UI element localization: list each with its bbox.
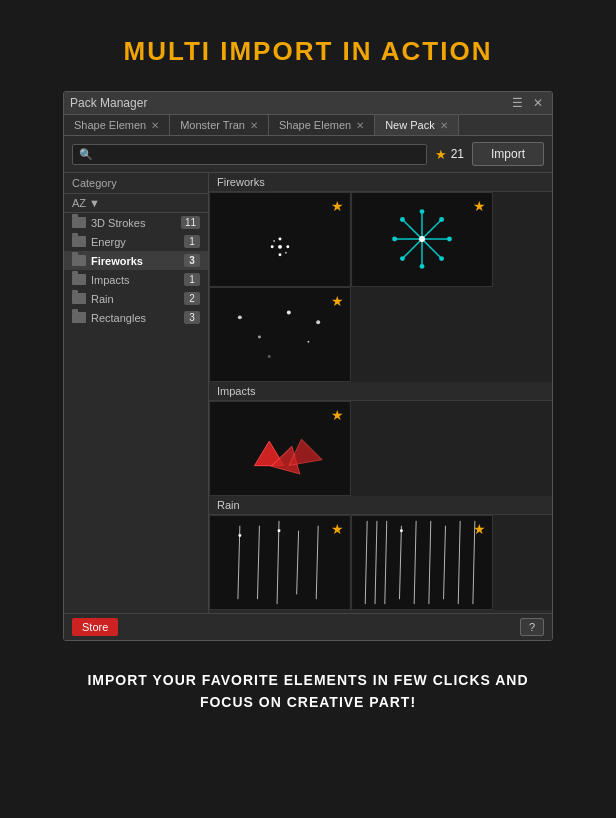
svg-point-2 [279,238,282,241]
star-icon: ★ [435,147,447,162]
svg-point-28 [258,335,261,338]
svg-point-25 [419,236,425,242]
help-button[interactable]: ? [520,618,544,636]
svg-rect-26 [210,288,349,381]
window-menu-button[interactable]: ☰ [509,96,526,110]
svg-point-30 [307,341,309,343]
category-name-3d-strokes: 3D Strokes [91,217,176,229]
category-name-rain: Rain [91,293,179,305]
sidebar-item-rectangles[interactable]: Rectangles 3 [64,308,208,327]
category-count-rectangles: 3 [184,311,200,324]
svg-point-43 [238,534,241,537]
tab-close-icon-4[interactable]: ✕ [440,120,448,131]
sort-arrow-icon: ▼ [89,197,100,209]
status-bar: Store ? [64,613,552,640]
thumb-star-fireworks-3[interactable]: ★ [331,293,344,309]
svg-point-6 [273,240,275,242]
impacts-svg-1 [210,402,350,495]
main-content: Category AZ ▼ 3D Strokes 11 Energy 1 Fir… [64,173,552,613]
thumb-impacts-1[interactable]: ★ [209,401,351,496]
sort-bar[interactable]: AZ ▼ [64,194,208,213]
svg-point-32 [316,320,320,324]
tabs-bar: Shape Elemen ✕ Monster Tran ✕ Shape Elem… [64,115,552,136]
thumb-fireworks-2[interactable]: ★ [351,192,493,287]
window-title-text: Pack Manager [70,96,147,110]
window-titlebar: Pack Manager ☰ ✕ [64,92,552,115]
thumb-fireworks-1[interactable]: ★ [209,192,351,287]
sidebar-item-energy[interactable]: Energy 1 [64,232,208,251]
thumb-rain-1[interactable]: ★ [209,515,351,610]
sidebar: Category AZ ▼ 3D Strokes 11 Energy 1 Fir… [64,173,209,613]
sidebar-item-fireworks[interactable]: Fireworks 3 [64,251,208,270]
section-label-rain: Rain [209,496,552,515]
thumb-star-impacts-1[interactable]: ★ [331,407,344,423]
thumb-star-fireworks-1[interactable]: ★ [331,198,344,214]
thumb-star-rain-1[interactable]: ★ [331,521,344,537]
thumb-star-fireworks-2[interactable]: ★ [473,198,486,214]
thumb-star-rain-2[interactable]: ★ [473,521,486,537]
fireworks-thumbnails-row2: ★ [209,287,552,382]
import-button[interactable]: Import [472,142,544,166]
folder-icon-rectangles [72,312,86,323]
svg-rect-33 [210,402,349,495]
category-count-impacts: 1 [184,273,200,286]
tab-label-3: Shape Elemen [279,119,351,131]
rain-thumbnails: ★ [209,515,552,610]
svg-point-29 [287,311,291,315]
folder-icon-rain [72,293,86,304]
search-input[interactable] [97,148,420,160]
svg-rect-45 [352,516,491,609]
fireworks-svg-2 [352,193,492,286]
page-title: MULTI IMPORT IN ACTION [124,36,493,67]
svg-point-19 [447,237,452,242]
thumb-fireworks-3[interactable]: ★ [209,287,351,382]
category-count-rain: 2 [184,292,200,305]
search-box: 🔍 [72,144,427,165]
thumb-rain-2[interactable]: ★ [351,515,493,610]
impacts-thumbnails: ★ [209,401,552,496]
sidebar-item-impacts[interactable]: Impacts 1 [64,270,208,289]
folder-icon-impacts [72,274,86,285]
sidebar-item-rain[interactable]: Rain 2 [64,289,208,308]
sidebar-item-3d-strokes[interactable]: 3D Strokes 11 [64,213,208,232]
svg-point-24 [400,217,405,222]
tab-shape-elements-1[interactable]: Shape Elemen ✕ [64,115,170,135]
category-name-impacts: Impacts [91,274,179,286]
content-scroll[interactable]: Fireworks [209,173,552,613]
tab-label-1: Shape Elemen [74,119,146,131]
window-close-button[interactable]: ✕ [530,96,546,110]
tab-label-4: New Pack [385,119,435,131]
tab-close-icon-2[interactable]: ✕ [250,120,258,131]
search-icon: 🔍 [79,148,93,161]
category-count-fireworks: 3 [184,254,200,267]
store-button[interactable]: Store [72,618,118,636]
tab-close-icon-3[interactable]: ✕ [356,120,364,131]
bottom-text: IMPORT YOUR FAVORITE ELEMENTS IN FEW CLI… [57,669,558,714]
svg-point-44 [278,529,281,532]
svg-point-55 [400,529,403,532]
category-name-energy: Energy [91,236,179,248]
svg-point-4 [271,245,274,248]
tab-shape-elements-2[interactable]: Shape Elemen ✕ [269,115,375,135]
content-area: Fireworks [209,173,552,613]
tab-new-pack[interactable]: New Pack ✕ [375,115,459,135]
star-count-number: 21 [451,147,464,161]
svg-point-23 [392,237,397,242]
section-label-fireworks: Fireworks [209,173,552,192]
window-controls: ☰ ✕ [509,96,546,110]
section-label-rectangles: Rectangles [209,610,552,613]
fireworks-thumbnails: ★ [209,192,552,287]
tab-monster-transitions[interactable]: Monster Tran ✕ [170,115,269,135]
folder-icon-energy [72,236,86,247]
svg-point-5 [286,245,289,248]
bottom-text-line1: IMPORT YOUR FAVORITE ELEMENTS IN FEW CLI… [87,669,528,691]
svg-point-31 [268,355,271,358]
fireworks-svg-1 [210,193,350,286]
category-count-3d-strokes: 11 [181,216,200,229]
svg-point-21 [420,264,425,269]
pack-manager-window: Pack Manager ☰ ✕ Shape Elemen ✕ Monster … [63,91,553,641]
tab-close-icon-1[interactable]: ✕ [151,120,159,131]
svg-point-27 [238,315,242,319]
fireworks-svg-3 [210,288,350,381]
svg-point-18 [439,217,444,222]
